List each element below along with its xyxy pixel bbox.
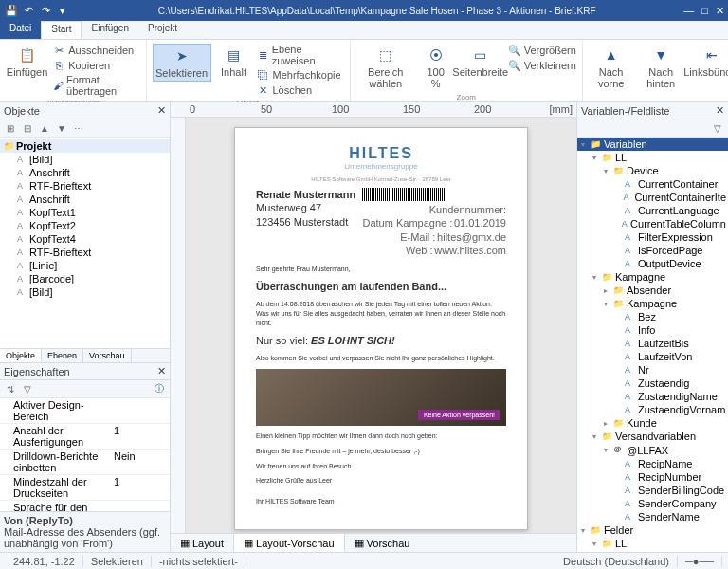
object-tree[interactable]: 📁Projekt A[Bild]AAnschriftARTF-Brieftext… <box>0 138 170 348</box>
file-tab[interactable]: Datei <box>0 21 41 39</box>
var-node[interactable]: ANr <box>577 363 728 376</box>
var-node[interactable]: AFilterExpression <box>577 230 728 244</box>
zoom-slider[interactable]: ─●── <box>678 556 722 567</box>
var-node[interactable]: ▸📁Kunde <box>577 416 728 430</box>
tab-start[interactable]: Start <box>41 21 82 39</box>
maximize-icon[interactable]: □ <box>701 5 708 17</box>
tab-layers[interactable]: Ebenen <box>42 349 83 362</box>
qat-redo-icon[interactable]: ↷ <box>38 3 53 18</box>
tree-item[interactable]: A[Barcode] <box>0 272 170 285</box>
qat-save-icon[interactable]: 💾 <box>4 3 19 18</box>
assign-layer-button[interactable]: ≣Ebene zuweisen <box>257 44 344 66</box>
var-node[interactable]: ACurrentTableColumn <box>577 217 728 230</box>
tree-item[interactable]: AAnschrift <box>0 193 170 206</box>
content-button[interactable]: ▤Inhalt <box>215 44 253 80</box>
prop-row[interactable]: Sprache für den Druck <box>0 501 170 511</box>
var-node[interactable]: ARecipNumber <box>577 470 728 484</box>
view-layout-preview[interactable]: ▦Layout-Vorschau <box>233 534 345 552</box>
var-node[interactable]: AOutputDevice <box>577 257 728 270</box>
tree-item[interactable]: AKopfText2 <box>0 219 170 232</box>
var-node[interactable]: ▾📁Variablen <box>577 138 728 151</box>
cut-icon: ✂ <box>52 44 65 57</box>
prop-row[interactable]: Aktiver Design-Bereich <box>0 398 170 424</box>
up-icon[interactable]: ▲ <box>38 121 51 135</box>
var-node[interactable]: ACurrentContainer <box>577 177 728 191</box>
align-left-button[interactable]: ⇤Linksbündig <box>688 44 728 80</box>
expand-icon[interactable]: ⊞ <box>4 121 17 135</box>
var-node[interactable]: ▾📁Felder <box>577 523 728 537</box>
qat-more-icon[interactable]: ▾ <box>55 3 70 18</box>
canvas[interactable]: HILTES Unternehmensgruppe HILTES Softwar… <box>186 118 576 533</box>
tab-insert[interactable]: Einfügen <box>82 21 137 39</box>
down-icon[interactable]: ▼ <box>55 121 68 135</box>
delete-button[interactable]: ✕Löschen <box>257 83 344 97</box>
zoom-in-button[interactable]: 🔍Vergrößern <box>508 44 576 57</box>
close-panel-icon[interactable]: ✕ <box>157 104 166 117</box>
cut-button[interactable]: ✂Ausschneiden <box>52 44 139 57</box>
tree-item[interactable]: ARTF-Brieftext <box>0 246 170 259</box>
var-node[interactable]: ARecipName <box>577 457 728 470</box>
tab-objects[interactable]: Objekte <box>0 349 42 362</box>
variable-tree[interactable]: ▾📁Variablen▾📁LL▾📁DeviceACurrentContainer… <box>577 138 728 552</box>
zoom-100-button[interactable]: ⦿100 % <box>419 44 453 91</box>
var-node[interactable]: ALaufzeitVon <box>577 350 728 363</box>
var-node[interactable]: ▾📁Kampagne <box>577 270 728 284</box>
tab-project[interactable]: Projekt <box>138 21 187 39</box>
tree-item[interactable]: A[Linie] <box>0 259 170 272</box>
zoom-out-button[interactable]: 🔍Verkleinern <box>508 59 576 72</box>
var-node[interactable]: ▾📁Device <box>577 164 728 177</box>
multi-copy-button[interactable]: ⿻Mehrfachkopie <box>257 68 344 82</box>
var-node[interactable]: AIsForcedPage <box>577 244 728 257</box>
var-node[interactable]: ▸📁Absender <box>577 284 728 297</box>
view-layout[interactable]: ▦Layout <box>171 534 233 552</box>
tree-item[interactable]: AAnschrift <box>0 166 170 179</box>
var-node[interactable]: ACurrentLanguage <box>577 204 728 217</box>
filter-icon[interactable]: ▽ <box>711 121 724 135</box>
prop-row[interactable]: Drilldown-Berichte einbettenNein <box>0 450 170 475</box>
bring-front-button[interactable]: ▲Nach vorne <box>589 44 634 91</box>
tree-item[interactable]: AKopfText1 <box>0 206 170 219</box>
var-node[interactable]: ALaufzeitBis <box>577 337 728 350</box>
page-width-button[interactable]: ▭Seitenbreite <box>457 44 504 80</box>
sort-icon[interactable]: ⇅ <box>4 382 17 395</box>
collapse-icon[interactable]: ⊟ <box>21 121 34 135</box>
filter-icon[interactable]: ▽ <box>21 382 34 395</box>
var-node[interactable]: AZustaendigName <box>577 390 728 403</box>
var-node[interactable]: ▾📁LL <box>577 151 728 164</box>
send-back-button[interactable]: ▼Nach hinten <box>637 44 683 91</box>
var-node[interactable]: AInfo <box>577 323 728 337</box>
var-node[interactable]: ASenderCompany <box>577 497 728 510</box>
tree-item[interactable]: AKopfText4 <box>0 232 170 246</box>
qat-undo-icon[interactable]: ↶ <box>21 3 36 18</box>
var-node[interactable]: AZustaendigVornam <box>577 403 728 416</box>
var-node[interactable]: ASenderBillingCode <box>577 484 728 497</box>
more-icon[interactable]: ⋯ <box>72 121 85 135</box>
format-painter-button[interactable]: 🖌Format übertragen <box>52 74 139 97</box>
var-node[interactable]: ▾📁Versandvariablen <box>577 430 728 443</box>
prop-description: Von (ReplyTo) Mail-Adresse des Absenders… <box>0 511 170 552</box>
var-node[interactable]: AZustaendig <box>577 376 728 390</box>
tab-preview[interactable]: Vorschau <box>83 349 132 362</box>
document-page[interactable]: HILTES Unternehmensgruppe HILTES Softwar… <box>234 127 528 530</box>
copy-button[interactable]: ⎘Kopieren <box>52 59 139 72</box>
close-props-icon[interactable]: ✕ <box>157 365 166 377</box>
prop-row[interactable]: Anzahl der Ausfertigungen1 <box>0 424 170 450</box>
close-vars-icon[interactable]: ✕ <box>716 104 724 117</box>
close-icon[interactable]: ✕ <box>716 5 724 17</box>
var-node[interactable]: ASenderName <box>577 510 728 523</box>
select-button[interactable]: ➤Selektieren <box>153 44 211 82</box>
view-preview[interactable]: ▦Vorschau <box>345 534 420 552</box>
zoom-area-button[interactable]: ⬚Bereich wählen <box>356 44 415 91</box>
tree-item[interactable]: A[Bild] <box>0 285 170 299</box>
paste-button[interactable]: 📋Einfügen <box>6 44 48 80</box>
tree-item[interactable]: A[Bild] <box>0 153 170 166</box>
info-icon[interactable]: ⓘ <box>153 382 166 395</box>
var-node[interactable]: ABez <box>577 310 728 323</box>
var-node[interactable]: ▾📁LL <box>577 537 728 550</box>
minimize-icon[interactable]: — <box>683 5 694 17</box>
var-node[interactable]: ACurrentContainerIte <box>577 191 728 204</box>
var-node[interactable]: ▾＠@LLFAX <box>577 443 728 457</box>
var-node[interactable]: ▾📁Kampagne <box>577 297 728 310</box>
prop-row[interactable]: Mindestzahl der Druckseiten1 <box>0 475 170 501</box>
tree-item[interactable]: ARTF-Brieftext <box>0 179 170 193</box>
